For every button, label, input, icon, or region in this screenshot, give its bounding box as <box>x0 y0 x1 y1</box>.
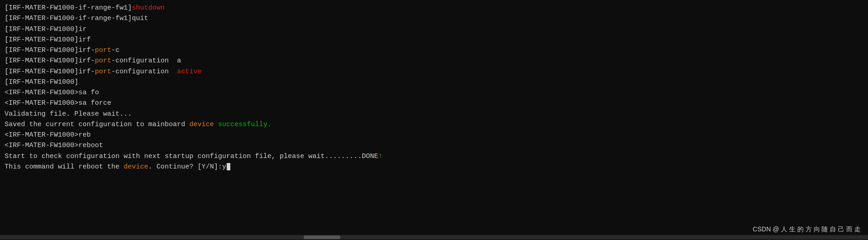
terminal-text: successfully. <box>218 121 271 128</box>
terminal-output: [IRF-MATER-FW1000-if-range-fw1]shutdown[… <box>5 3 863 172</box>
terminal-line: [IRF-MATER-FW1000-if-range-fw1]quit <box>5 13 863 24</box>
terminal-text: Validating file. Please wait... <box>5 110 132 118</box>
terminal-text: <IRF-MATER-FW1000>reb <box>5 131 91 139</box>
scrollbar-thumb[interactable] <box>304 235 340 239</box>
terminal-text: [IRF-MATER-FW1000]irf <box>5 36 91 44</box>
terminal-line: This command will reboot the device. Con… <box>5 162 863 172</box>
terminal-window: [IRF-MATER-FW1000-if-range-fw1]shutdown[… <box>0 0 868 240</box>
terminal-text: port <box>95 57 111 65</box>
terminal-line: Saved the current configuration to mainb… <box>5 119 863 130</box>
terminal-line: [IRF-MATER-FW1000]irf-port-configuration… <box>5 56 863 66</box>
terminal-text: -configuration a <box>111 57 181 65</box>
terminal-text: -configuration <box>111 68 177 76</box>
terminal-text: active <box>177 68 202 76</box>
terminal-text: [IRF-MATER-FW1000]irf- <box>5 68 95 76</box>
terminal-text: [IRF-MATER-FW1000-if-range-fw1] <box>5 4 132 12</box>
terminal-text: -c <box>111 46 120 54</box>
terminal-cursor <box>227 163 230 170</box>
terminal-text: . Continue? [Y/N]:y <box>148 163 226 171</box>
terminal-text: [IRF-MATER-FW1000-if-range-fw1]quit <box>5 15 148 22</box>
terminal-text: Start to check configuration with next s… <box>5 153 378 160</box>
terminal-line: <IRF-MATER-FW1000>sa fo <box>5 87 863 98</box>
scrollbar-track[interactable] <box>0 235 868 239</box>
terminal-line: [IRF-MATER-FW1000]irf-port-c <box>5 45 863 56</box>
terminal-line: [IRF-MATER-FW1000]irf <box>5 35 863 45</box>
terminal-text: device <box>124 163 148 171</box>
terminal-text: shutdown <box>132 4 165 12</box>
terminal-text: ! <box>378 153 382 160</box>
terminal-text: port <box>95 46 111 54</box>
terminal-line: <IRF-MATER-FW1000>reb <box>5 130 863 140</box>
terminal-text: port <box>95 68 111 76</box>
watermark: CSDN @ 人 生 的 方 向 随 自 己 而 走 <box>753 225 861 235</box>
terminal-line: <IRF-MATER-FW1000>reboot <box>5 140 863 151</box>
terminal-text <box>214 121 218 128</box>
terminal-text: [IRF-MATER-FW1000]ir <box>5 26 87 33</box>
terminal-text: <IRF-MATER-FW1000>reboot <box>5 142 103 149</box>
terminal-text: [IRF-MATER-FW1000]irf- <box>5 46 95 54</box>
terminal-text: This command will reboot the <box>5 163 124 171</box>
terminal-text: device <box>189 121 214 128</box>
terminal-line: [IRF-MATER-FW1000] <box>5 77 863 87</box>
terminal-line: [IRF-MATER-FW1000]irf-port-configuration… <box>5 66 863 77</box>
terminal-line: [IRF-MATER-FW1000]ir <box>5 24 863 35</box>
terminal-text: <IRF-MATER-FW1000>sa fo <box>5 89 99 97</box>
terminal-line: <IRF-MATER-FW1000>sa force <box>5 98 863 108</box>
terminal-line: Start to check configuration with next s… <box>5 151 863 162</box>
terminal-text: [IRF-MATER-FW1000] <box>5 78 78 86</box>
terminal-text: [IRF-MATER-FW1000]irf- <box>5 57 95 65</box>
scrollbar[interactable] <box>0 235 868 240</box>
terminal-line: [IRF-MATER-FW1000-if-range-fw1]shutdown <box>5 3 863 13</box>
terminal-line: Validating file. Please wait... <box>5 109 863 119</box>
terminal-text: Saved the current configuration to mainb… <box>5 121 189 128</box>
terminal-text: <IRF-MATER-FW1000>sa force <box>5 99 111 107</box>
